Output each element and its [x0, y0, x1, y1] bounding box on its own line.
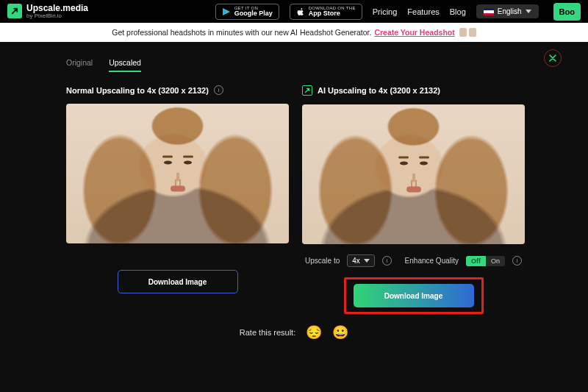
rate-bad-emoji[interactable]: 😔 — [306, 324, 322, 341]
google-play-icon — [222, 7, 231, 16]
flag-icon — [484, 8, 494, 15]
brand-sub: by PixelBin.io — [26, 13, 88, 19]
language-selector[interactable]: English — [476, 4, 539, 18]
promo-text: Get professional headshots in minutes wi… — [112, 28, 371, 37]
language-label: English — [498, 7, 522, 15]
tab-upscaled[interactable]: Upscaled — [109, 58, 141, 72]
ai-logo-icon — [302, 85, 312, 96]
brand-name: Upscale.media — [26, 4, 88, 13]
brand[interactable]: Upscale.media by PixelBin.io — [7, 4, 88, 19]
panel-ai-upscale: AI Upscaling to 4x (3200 x 2132) Upscale… — [302, 85, 525, 314]
toggle-on: On — [486, 256, 505, 266]
enhance-label: Enhance Quality — [405, 257, 459, 265]
nav-features[interactable]: Features — [407, 7, 439, 16]
upscale-factor-select[interactable]: 4x — [347, 254, 375, 267]
image-preview-ai — [302, 104, 525, 244]
rate-label: Rate this result: — [240, 328, 295, 337]
info-icon[interactable]: i — [512, 256, 522, 266]
chevron-down-icon — [364, 259, 370, 263]
download-button-normal[interactable]: Download Image — [118, 270, 238, 293]
panel-title-ai: AI Upscaling to 4x (3200 x 2132) — [318, 86, 440, 95]
chevron-down-icon — [526, 10, 531, 13]
close-icon — [549, 54, 556, 62]
info-icon[interactable]: i — [214, 85, 223, 95]
tab-original[interactable]: Original — [66, 58, 93, 72]
apple-icon — [296, 7, 305, 16]
app-store-badge[interactable]: Download on the App Store — [290, 4, 362, 20]
promo-strip: Get professional headshots in minutes wi… — [0, 23, 588, 42]
close-button[interactable] — [544, 49, 562, 67]
nav-pricing[interactable]: Pricing — [373, 7, 398, 16]
promo-thumbnails — [459, 28, 476, 37]
info-icon[interactable]: i — [382, 256, 392, 266]
panel-title-normal: Normal Upscaling to 4x (3200 x 2132) — [66, 86, 209, 95]
upscale-to-label: Upscale to — [305, 257, 340, 265]
nav-blog[interactable]: Blog — [450, 7, 466, 16]
google-play-badge[interactable]: GET IT ON Google Play — [215, 4, 279, 20]
rate-good-emoji[interactable]: 😀 — [332, 324, 348, 341]
download-highlight: Download Image — [344, 277, 484, 314]
image-preview-normal — [66, 104, 289, 243]
download-button-ai[interactable]: Download Image — [354, 284, 474, 307]
toggle-off: Off — [466, 256, 486, 266]
enhance-quality-toggle[interactable]: Off On — [466, 256, 505, 266]
promo-cta-link[interactable]: Create Your Headshot — [374, 28, 454, 37]
panel-normal-upscale: Normal Upscaling to 4x (3200 x 2132) i D… — [66, 85, 289, 314]
brand-logo-icon — [7, 4, 22, 18]
upscale-factor-value: 4x — [352, 257, 360, 265]
boost-button[interactable]: Boo — [553, 3, 581, 21]
